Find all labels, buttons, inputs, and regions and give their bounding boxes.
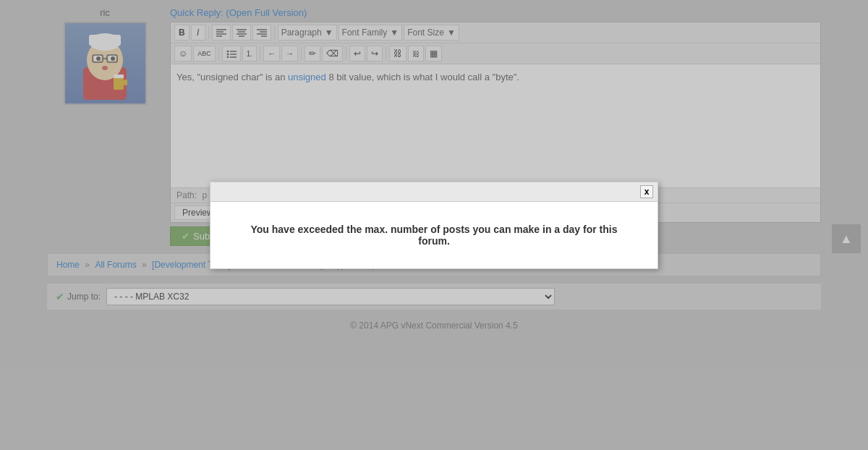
modal-dialog: x You have exceeded the max. number of p… (210, 182, 658, 269)
modal-message: You have exceeded the max. number of pos… (250, 224, 617, 247)
modal-overlay: x You have exceeded the max. number of p… (0, 0, 868, 450)
page-wrapper: ric (0, 0, 868, 450)
modal-header: x (210, 182, 658, 202)
modal-body: You have exceeded the max. number of pos… (210, 202, 658, 268)
modal-close-button[interactable]: x (640, 185, 653, 198)
